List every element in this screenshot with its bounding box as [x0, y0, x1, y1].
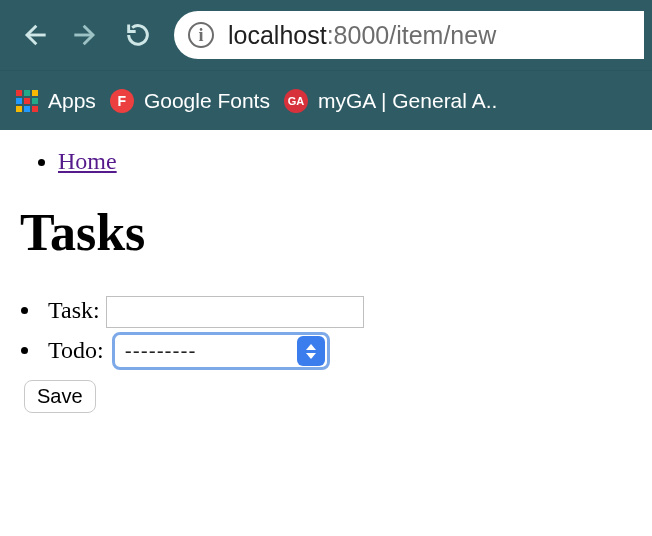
- nav-list: Home: [10, 148, 642, 175]
- back-button[interactable]: [8, 9, 60, 61]
- favicon-f-icon: F: [110, 89, 134, 113]
- browser-chrome: i localhost:8000/item/new Apps F Google …: [0, 0, 652, 130]
- save-button[interactable]: Save: [24, 380, 96, 413]
- home-link[interactable]: Home: [58, 148, 117, 174]
- toolbar: i localhost:8000/item/new: [0, 0, 652, 70]
- todo-field-row: Todo: ---------: [42, 332, 642, 370]
- todo-selected-value: ---------: [125, 339, 295, 363]
- list-item: Home: [58, 148, 642, 175]
- address-bar[interactable]: i localhost:8000/item/new: [174, 11, 644, 59]
- favicon-ga-icon: GA: [284, 89, 308, 113]
- page-content: Home Tasks Task: Todo: --------- Save: [0, 130, 652, 413]
- task-field-row: Task:: [42, 296, 642, 328]
- bookmark-label: Google Fonts: [144, 89, 270, 113]
- chevron-up-down-icon: [297, 336, 325, 366]
- todo-label: Todo:: [48, 337, 104, 363]
- bookmarks-bar: Apps F Google Fonts GA myGA | General A.…: [0, 70, 652, 130]
- bookmark-apps[interactable]: Apps: [16, 89, 96, 113]
- form-list: Task: Todo: ---------: [10, 296, 642, 370]
- apps-icon: [16, 90, 38, 112]
- reload-button[interactable]: [112, 9, 164, 61]
- url-path: :8000/item/new: [327, 21, 497, 50]
- page-title: Tasks: [20, 203, 642, 262]
- bookmark-myga[interactable]: GA myGA | General A..: [284, 89, 497, 113]
- url-host: localhost: [228, 21, 327, 50]
- todo-select[interactable]: ---------: [112, 332, 330, 370]
- bookmark-google-fonts[interactable]: F Google Fonts: [110, 89, 270, 113]
- task-label: Task:: [48, 297, 100, 323]
- task-input[interactable]: [106, 296, 364, 328]
- forward-button[interactable]: [60, 9, 112, 61]
- bookmark-label: myGA | General A..: [318, 89, 497, 113]
- bookmark-label: Apps: [48, 89, 96, 113]
- site-info-icon[interactable]: i: [188, 22, 214, 48]
